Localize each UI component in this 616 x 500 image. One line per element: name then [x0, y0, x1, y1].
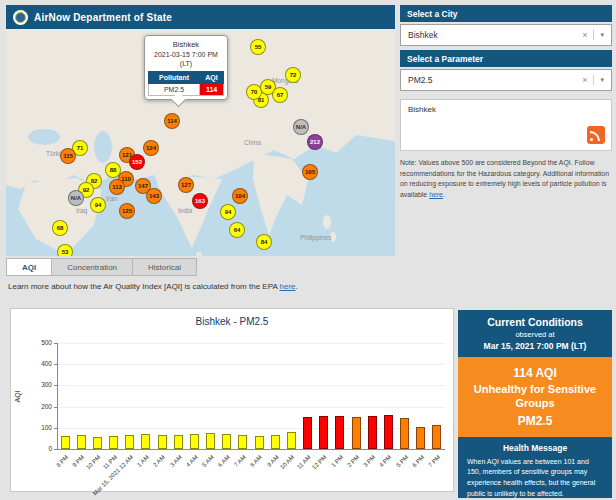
map-country-label: Philippines — [300, 234, 331, 241]
tab-concentration[interactable]: Concentration — [52, 258, 133, 276]
parameter-select-value: PM2.5 — [408, 75, 433, 85]
x-axis-label: 9 PM — [71, 454, 85, 468]
aqi-summary-box: 114 AQI Unhealthy for Sensitive Groups P… — [458, 357, 612, 437]
y-tick-label: 100 — [33, 424, 52, 431]
chart-bar[interactable] — [109, 436, 118, 449]
popup-table: Pollutant AQI PM2.5 114 — [148, 71, 224, 96]
aqi-marker[interactable]: 67 — [272, 87, 288, 103]
aqi-marker[interactable]: 55 — [250, 39, 266, 55]
gridline — [58, 364, 445, 365]
tab-aqi[interactable]: AQI — [6, 258, 52, 276]
map-country-label: Iraq — [76, 207, 87, 214]
map[interactable]: TürkiyeIraqIranIndiaChinaMongoliaPhilipp… — [6, 29, 395, 256]
chart-bar[interactable] — [190, 434, 199, 449]
current-conditions-panel: Current Conditions observed at Mar 15, 2… — [458, 310, 612, 498]
aqi-marker[interactable]: 113 — [109, 179, 125, 195]
chart-bar[interactable] — [400, 418, 409, 449]
aqi-marker[interactable]: 127 — [178, 177, 194, 193]
note-link[interactable]: here — [429, 191, 443, 198]
rss-icon[interactable] — [587, 126, 605, 144]
aqi-marker[interactable]: 143 — [146, 188, 162, 204]
aqi-marker[interactable]: 94 — [90, 197, 106, 213]
chart-bar[interactable] — [368, 416, 377, 449]
y-tick-mark — [54, 407, 57, 408]
x-axis-label: 6 AM — [217, 454, 231, 468]
x-axis-label: 4 AM — [185, 454, 199, 468]
gridline — [58, 385, 445, 386]
aqi-marker[interactable]: 105 — [302, 164, 318, 180]
x-axis-label: 4 PM — [379, 454, 393, 468]
aqi-marker[interactable]: 212 — [307, 134, 323, 150]
clear-icon[interactable]: × — [582, 75, 594, 85]
y-tick-mark — [54, 343, 57, 344]
chart-bar[interactable] — [141, 434, 150, 449]
chart-bar[interactable] — [432, 425, 441, 449]
parameter-select[interactable]: PM2.5 × ▾ — [400, 69, 612, 91]
chart-bar[interactable] — [238, 435, 247, 449]
chart-panel: Bishkek - PM2.5 AQI 01002003004005008 PM… — [10, 308, 454, 492]
x-axis-label: 1 PM — [330, 454, 344, 468]
gridline — [58, 343, 445, 344]
chart-bar[interactable] — [255, 436, 264, 449]
note-text: Note: Values above 500 are considered Be… — [400, 158, 610, 201]
chart-bar[interactable] — [61, 436, 70, 449]
aqi-marker[interactable]: 84 — [256, 234, 272, 250]
x-axis-label: 2 PM — [346, 454, 360, 468]
aqi-marker[interactable]: N/A — [293, 119, 309, 135]
aqi-marker[interactable]: 163 — [192, 193, 208, 209]
aqi-marker[interactable]: 115 — [60, 148, 76, 164]
health-message-title: Health Message — [458, 437, 612, 457]
x-axis-label: 2 AM — [152, 454, 166, 468]
select-parameter-header: Select a Parameter — [400, 50, 612, 67]
chart-bar[interactable] — [222, 434, 231, 449]
chart-bar[interactable] — [125, 435, 134, 449]
aqi-marker[interactable]: N/A — [68, 190, 84, 206]
chart-bar[interactable] — [77, 435, 86, 449]
chart-bar[interactable] — [335, 416, 344, 449]
clear-icon[interactable]: × — [582, 30, 594, 40]
learn-more-link[interactable]: here — [280, 282, 296, 291]
chart-bar[interactable] — [303, 417, 312, 449]
chevron-down-icon[interactable]: ▾ — [594, 76, 604, 84]
aqi-marker[interactable]: 124 — [143, 140, 159, 156]
aqi-marker[interactable]: 64 — [229, 222, 245, 238]
tab-historical[interactable]: Historical — [133, 258, 197, 276]
popup-city: Bishkek — [148, 40, 224, 49]
x-axis-label: 8 AM — [249, 454, 263, 468]
chart-bar[interactable] — [416, 427, 425, 449]
chart-bar[interactable] — [93, 437, 102, 449]
x-axis-label: 6 PM — [411, 454, 425, 468]
aqi-marker[interactable]: 72 — [285, 67, 301, 83]
x-axis-label: 5 PM — [395, 454, 409, 468]
chart-bar[interactable] — [271, 435, 280, 449]
learn-more-after: . — [296, 282, 298, 291]
chart-bar[interactable] — [174, 435, 183, 449]
y-tick-label: 300 — [33, 381, 52, 388]
chart-bar[interactable] — [384, 415, 393, 449]
aqi-marker[interactable]: 53 — [57, 244, 73, 256]
aqi-marker[interactable]: 152 — [129, 154, 145, 170]
chart-bar[interactable] — [287, 432, 296, 449]
chart-title: Bishkek - PM2.5 — [11, 316, 453, 327]
aqi-pollutant: PM2.5 — [464, 414, 606, 428]
aqi-value: 114 AQI — [464, 366, 606, 380]
aqi-marker[interactable]: 68 — [52, 220, 68, 236]
popup-col-pollutant: Pollutant — [149, 72, 200, 84]
chevron-down-icon[interactable]: ▾ — [594, 31, 604, 39]
chart-bar[interactable] — [158, 435, 167, 449]
map-country-label: India — [178, 207, 192, 214]
aqi-marker[interactable]: 114 — [164, 113, 180, 129]
dos-seal-icon — [13, 10, 28, 25]
chart-bar[interactable] — [206, 433, 215, 449]
aqi-marker[interactable]: 94 — [220, 204, 236, 220]
city-select[interactable]: Bishkek × ▾ — [400, 24, 612, 46]
aqi-marker[interactable]: 104 — [232, 188, 248, 204]
note-after: . — [443, 191, 445, 198]
x-axis-label: 10 PM — [85, 454, 102, 471]
x-axis-label: 7 AM — [233, 454, 247, 468]
app-title: AirNow Department of State — [34, 12, 172, 23]
x-axis-label: 9 AM — [266, 454, 280, 468]
chart-bar[interactable] — [319, 416, 328, 449]
chart-bar[interactable] — [352, 417, 361, 449]
aqi-marker[interactable]: 125 — [119, 203, 135, 219]
